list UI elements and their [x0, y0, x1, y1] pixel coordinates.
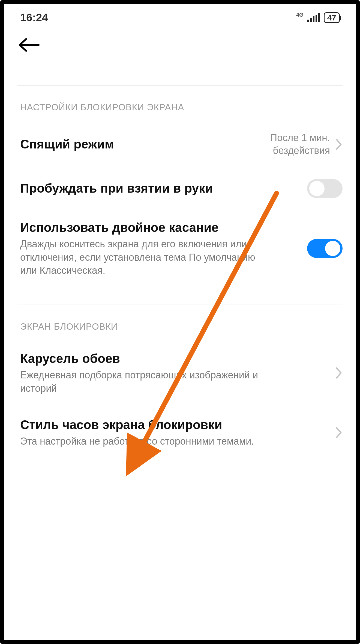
row-sleep-title: Спящий режим — [20, 136, 265, 152]
status-time: 16:24 — [20, 11, 48, 24]
battery-indicator: 47 — [324, 12, 340, 23]
row-double-tap-sub: Дважды коснитесь экрана для его включени… — [20, 238, 266, 277]
page-header — [4, 26, 356, 85]
settings-screen: 16:24 4G 47 — [0, 0, 360, 644]
row-clock-title: Стиль часов экрана блокировки — [20, 417, 325, 433]
row-clock-sub: Эта настройка не работает со сторонними … — [20, 435, 266, 448]
section-header-lock-settings: НАСТРОЙКИ БЛОКИРОВКИ ЭКРАНА — [4, 86, 356, 121]
toggle-knob — [309, 181, 325, 196]
row-raise-to-wake[interactable]: Пробуждать при взятии в руки — [4, 168, 356, 209]
toggle-raise-to-wake[interactable] — [307, 179, 343, 198]
svg-rect-3 — [316, 15, 317, 22]
battery-percent: 47 — [327, 13, 336, 23]
row-sleep-mode[interactable]: Спящий режим После 1 мин. бездействия — [4, 121, 356, 168]
signal-icon — [307, 13, 320, 22]
row-double-tap-title: Использовать двойное касание — [20, 220, 302, 236]
status-bar: 16:24 4G 47 — [4, 4, 356, 26]
svg-rect-0 — [307, 20, 309, 22]
row-sleep-value-line2: бездействия — [270, 144, 330, 157]
chevron-right-icon — [335, 427, 343, 439]
toggle-double-tap[interactable] — [307, 239, 343, 258]
row-clock-style[interactable]: Стиль часов экрана блокировки Эта настро… — [4, 406, 356, 459]
toggle-knob — [325, 241, 340, 256]
row-raise-title: Пробуждать при взятии в руки — [20, 181, 302, 196]
svg-rect-4 — [318, 13, 320, 22]
row-wallpaper-carousel[interactable]: Карусель обоев Ежедневная подборка потря… — [4, 340, 356, 406]
chevron-right-icon — [335, 367, 343, 379]
row-carousel-title: Карусель обоев — [20, 351, 325, 367]
row-double-tap[interactable]: Использовать двойное касание Дважды косн… — [4, 209, 356, 288]
row-sleep-value: После 1 мин. бездействия — [270, 132, 330, 157]
row-carousel-sub: Ежедневная подборка потрясающих изображе… — [20, 369, 266, 395]
row-sleep-value-line1: После 1 мин. — [270, 132, 330, 144]
network-4g-label: 4G — [296, 12, 304, 18]
chevron-right-icon — [335, 138, 343, 150]
section-header-lock-screen: ЭКРАН БЛОКИРОВКИ — [4, 305, 356, 340]
svg-rect-1 — [310, 18, 312, 22]
status-right: 4G 47 — [296, 12, 340, 23]
svg-rect-2 — [313, 16, 314, 22]
back-arrow-icon[interactable] — [17, 37, 343, 53]
